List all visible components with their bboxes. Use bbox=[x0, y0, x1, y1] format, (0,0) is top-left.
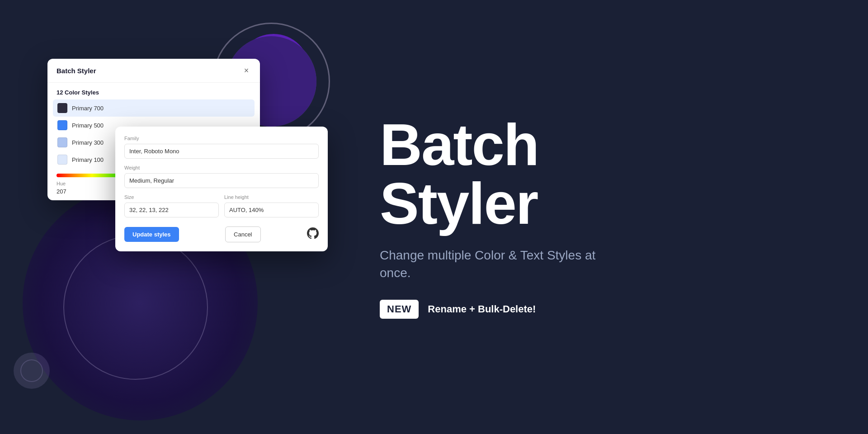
right-section: Batch Styler Change multiple Color & Tex… bbox=[353, 0, 868, 434]
weight-input[interactable] bbox=[124, 173, 319, 188]
new-badge-row: NEW Rename + Bulk-Delete! bbox=[380, 300, 832, 319]
color-swatch-primary700 bbox=[57, 103, 67, 113]
cancel-button[interactable]: Cancel bbox=[225, 226, 260, 242]
weight-label: Weight bbox=[124, 165, 319, 170]
color-name-primary700: Primary 700 bbox=[72, 105, 104, 112]
color-name-primary100: Primary 100 bbox=[72, 156, 104, 163]
size-lineheight-row: Size Line height bbox=[124, 194, 319, 224]
properties-panel: Family Weight Size Line height Update st… bbox=[115, 127, 328, 251]
color-item-primary700[interactable]: Primary 700 bbox=[53, 99, 255, 117]
size-label: Size bbox=[124, 194, 219, 200]
size-col: Size bbox=[124, 194, 219, 224]
main-heading: Batch Styler bbox=[380, 115, 832, 233]
update-styles-button[interactable]: Update styles bbox=[124, 227, 179, 242]
dialog-header: Batch Styler × bbox=[47, 59, 260, 83]
heading-line1: Batch bbox=[380, 115, 832, 174]
lineheight-input[interactable] bbox=[224, 203, 319, 217]
github-icon[interactable] bbox=[307, 227, 319, 242]
color-swatch-primary500 bbox=[57, 120, 67, 130]
heading-line2: Styler bbox=[380, 174, 832, 233]
left-section: Batch Styler × 12 Color Styles Primary 7… bbox=[0, 0, 353, 434]
color-name-primary300: Primary 300 bbox=[72, 139, 104, 146]
circle-medium bbox=[63, 235, 208, 380]
color-name-primary500: Primary 500 bbox=[72, 122, 104, 129]
lineheight-col: Line height bbox=[224, 194, 319, 224]
color-styles-label: 12 Color Styles bbox=[47, 83, 260, 99]
color-swatch-primary100 bbox=[57, 155, 67, 165]
circle-bottom-tiny bbox=[20, 359, 43, 382]
color-swatch-primary300 bbox=[57, 137, 67, 147]
size-input[interactable] bbox=[124, 203, 219, 217]
subtitle: Change multiple Color & Text Styles at o… bbox=[380, 246, 615, 282]
lineheight-label: Line height bbox=[224, 194, 319, 200]
family-input[interactable] bbox=[124, 144, 319, 159]
close-button[interactable]: × bbox=[242, 66, 251, 75]
prop-actions: Update styles Cancel bbox=[124, 226, 319, 242]
dialog-title: Batch Styler bbox=[57, 67, 96, 75]
new-badge: NEW bbox=[380, 300, 419, 319]
new-feature-text: Rename + Bulk-Delete! bbox=[428, 303, 536, 315]
family-label: Family bbox=[124, 136, 319, 141]
